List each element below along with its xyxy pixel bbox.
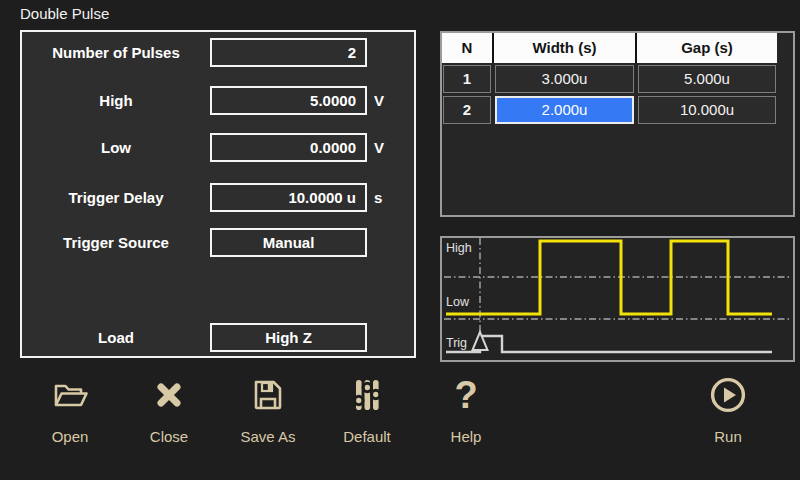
high-unit: V bbox=[374, 86, 410, 115]
double-pulse-screen: Double Pulse Number of Pulses 2 High 5.0… bbox=[0, 0, 800, 480]
form-row: Trigger Source Manual bbox=[22, 228, 414, 257]
table-cell-row2-n[interactable]: 2 bbox=[443, 96, 491, 124]
close-button[interactable]: Close bbox=[124, 376, 214, 456]
help-label: Help bbox=[451, 428, 482, 445]
open-button[interactable]: Open bbox=[25, 376, 115, 456]
trigger-source-label: Trigger Source bbox=[22, 228, 210, 257]
pulse-table: N Width (s) Gap (s) 1 3.000u 5.000u 2 2.… bbox=[440, 31, 795, 217]
number-of-pulses-label: Number of Pulses bbox=[22, 38, 210, 67]
table-header-gap: Gap (s) bbox=[637, 33, 777, 63]
load-select[interactable]: High Z bbox=[210, 323, 367, 352]
trigger-delay-unit: s bbox=[374, 183, 410, 212]
high-input[interactable]: 5.0000 bbox=[210, 86, 367, 115]
high-label: High bbox=[22, 86, 210, 115]
question-icon: ? bbox=[454, 376, 477, 414]
waveform-low-label: Low bbox=[446, 295, 469, 309]
close-label: Close bbox=[150, 428, 188, 445]
form-row: Low 0.0000 V bbox=[22, 133, 414, 162]
low-input[interactable]: 0.0000 bbox=[210, 133, 367, 162]
form-row: Number of Pulses 2 bbox=[22, 38, 414, 67]
form-row: Load High Z bbox=[22, 323, 414, 352]
save-as-button[interactable]: Save As bbox=[223, 376, 313, 456]
table-header-width: Width (s) bbox=[494, 33, 635, 63]
sliders-icon bbox=[349, 376, 385, 414]
run-button[interactable]: Run bbox=[683, 376, 773, 456]
table-header-n: N bbox=[442, 33, 492, 63]
trigger-delay-label: Trigger Delay bbox=[22, 183, 210, 212]
open-folder-icon bbox=[51, 376, 89, 414]
run-label: Run bbox=[714, 428, 742, 445]
help-button[interactable]: ? Help bbox=[421, 376, 511, 456]
close-icon bbox=[151, 376, 187, 414]
waveform-high-label: High bbox=[446, 241, 472, 255]
default-button[interactable]: Default bbox=[322, 376, 412, 456]
form-row: High 5.0000 V bbox=[22, 86, 414, 115]
table-cell-row1-gap[interactable]: 5.000u bbox=[638, 65, 776, 93]
number-of-pulses-unit bbox=[374, 38, 410, 67]
trigger-source-select[interactable]: Manual bbox=[210, 228, 367, 257]
low-unit: V bbox=[374, 133, 410, 162]
save-as-label: Save As bbox=[240, 428, 295, 445]
load-label: Load bbox=[22, 323, 210, 352]
waveform-trig-label: Trig bbox=[446, 336, 467, 350]
trigger-arrow-icon bbox=[473, 332, 488, 350]
number-of-pulses-input[interactable]: 2 bbox=[210, 38, 367, 67]
open-label: Open bbox=[52, 428, 89, 445]
waveform-preview: High Low Trig bbox=[440, 236, 795, 362]
table-cell-row1-n[interactable]: 1 bbox=[443, 65, 491, 93]
table-cell-row2-width-selected[interactable]: 2.000u bbox=[495, 96, 634, 124]
table-cell-row2-gap[interactable]: 10.000u bbox=[638, 96, 776, 124]
page-title: Double Pulse bbox=[20, 5, 109, 22]
default-label: Default bbox=[343, 428, 391, 445]
waveform-svg bbox=[442, 238, 793, 360]
table-cell-row1-width[interactable]: 3.000u bbox=[495, 65, 634, 93]
pulse-settings-panel: Number of Pulses 2 High 5.0000 V Low 0.0… bbox=[20, 30, 416, 358]
low-label: Low bbox=[22, 133, 210, 162]
run-icon bbox=[709, 376, 747, 414]
form-row: Trigger Delay 10.0000 u s bbox=[22, 183, 414, 212]
save-icon bbox=[250, 376, 286, 414]
trigger-delay-input[interactable]: 10.0000 u bbox=[210, 183, 367, 212]
